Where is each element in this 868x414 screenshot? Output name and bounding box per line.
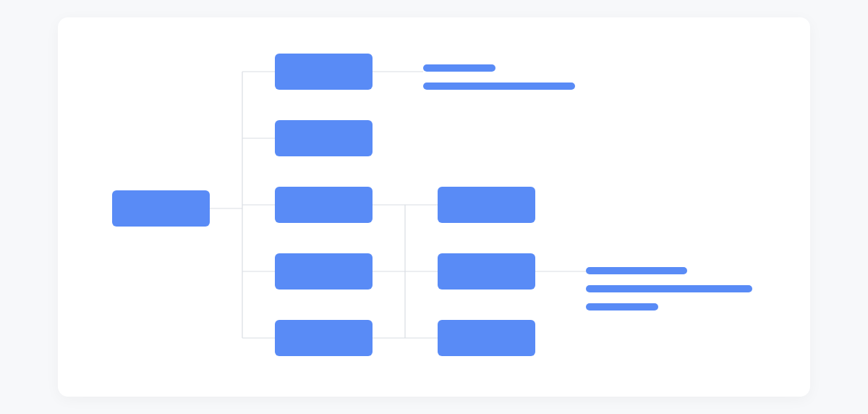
- tree-diagram: [58, 17, 810, 397]
- diagram-card: [58, 17, 810, 397]
- text-placeholder: [586, 267, 687, 274]
- branch-node-3[interactable]: [275, 187, 373, 223]
- leaf-node-2[interactable]: [438, 253, 535, 290]
- branch-node-1[interactable]: [275, 54, 373, 90]
- branch-node-5[interactable]: [275, 320, 373, 356]
- text-placeholder: [586, 303, 658, 310]
- root-node[interactable]: [112, 190, 210, 227]
- leaf-node-1[interactable]: [438, 187, 535, 223]
- text-placeholder: [423, 83, 575, 90]
- leaf-node-3[interactable]: [438, 320, 535, 356]
- branch-node-4[interactable]: [275, 253, 373, 290]
- branch-node-2[interactable]: [275, 120, 373, 156]
- text-placeholder: [586, 285, 752, 292]
- text-placeholder: [423, 64, 495, 72]
